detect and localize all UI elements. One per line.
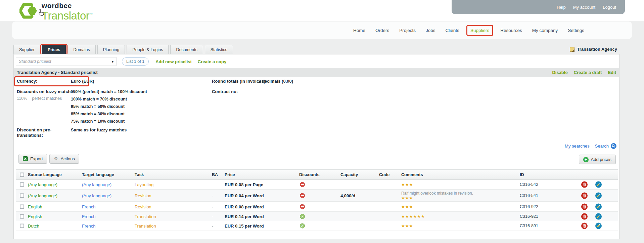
create-a-draft-link[interactable]: Create a draft [574,70,602,75]
table-header: Source languageTarget languageTaskBAPric… [16,169,618,180]
pretranslation-discount-value: Same as for fuzzy matches [71,127,127,132]
fuzzy-discounts-subtext: 110% = perfect matches [17,96,62,101]
add-new-pricelist-link[interactable]: Add new pricelist [155,59,192,64]
cell-source-language[interactable]: (Any language) [28,182,57,187]
pricelist-section-header: Translation Agency - Standard pricelist … [14,68,619,77]
discount-allowed-icon: ✓ [300,224,305,229]
cell-price: EUR 0.15 per Word [225,224,264,229]
cell-comments: ★★★★★★ [401,214,425,218]
table-body: (Any language)(Any language)Layouting-EU… [16,180,618,231]
nav-item-clients[interactable]: Clients [446,28,459,33]
select-all-checkbox[interactable] [20,172,24,177]
context-company-label: Translation Agency [570,47,617,52]
cell-id: C316-541 [520,193,538,198]
fuzzy-line: 85% match = 30% discount [71,110,147,118]
cell-target-language[interactable]: (Any language) [82,193,111,198]
nav-item-settings[interactable]: Settings [568,28,584,33]
wordbee-hexagon-icon [19,1,39,22]
cell-target-language[interactable]: French [82,214,95,219]
search-link[interactable]: Search [595,144,609,149]
nav-item-orders[interactable]: Orders [375,28,389,33]
tab-prices[interactable]: Prices [42,45,66,54]
cell-task[interactable]: Revision [135,193,151,198]
cell-target-language[interactable]: (Any language) [82,182,111,187]
my-searches-link[interactable]: My searches [565,144,590,149]
tab-planning[interactable]: Planning [97,45,125,54]
edit-icon[interactable] [595,213,602,219]
actions-button[interactable]: ⚙ Actions [49,154,79,164]
delete-icon[interactable] [581,213,588,219]
edit-icon[interactable] [595,192,602,199]
pricelist-actions: DisableCreate a draftEdit [552,70,616,75]
row-checkbox[interactable] [20,193,24,198]
cell-source-language[interactable]: Dutch [28,224,39,229]
search-icon[interactable] [611,143,616,149]
cell-task[interactable]: Translation [135,214,156,219]
table-row: (Any language)(Any language)Layouting-EU… [16,180,618,190]
tab-statistics[interactable]: Statistics [205,45,233,54]
nav-item-resources[interactable]: Resources [500,28,522,33]
cell-price: EUR 0.04 per Word [225,193,264,198]
add-prices-button[interactable]: + Add prices [579,155,616,164]
column-header-discounts: Discounts [299,172,319,177]
create-a-copy-link[interactable]: Create a copy [198,59,226,64]
tab-supplier[interactable]: Supplier [13,45,40,54]
delete-icon[interactable] [581,181,588,188]
cell-comments: Ralf might overlook mistakes in revision… [401,191,473,200]
logo-translator-text: Translator™ [42,9,93,21]
row-checkbox[interactable] [20,224,24,228]
cell-source-language[interactable]: (Any language) [28,193,57,198]
tab-documents[interactable]: Documents [170,45,203,54]
cursor-hand-icon [37,9,45,19]
cell-id: C316-891 [520,224,538,228]
cell-source-language[interactable]: English [28,204,42,209]
nav-item-projects[interactable]: Projects [399,28,416,33]
pricelist-select[interactable]: Standard pricelist ▾ [16,57,117,66]
account-link-help[interactable]: Help [557,5,566,10]
column-header-id: ID [520,172,524,177]
rating-stars: ★★★ [401,204,413,209]
edit-icon[interactable] [595,223,602,229]
cell-comments: ★★★ [401,204,413,209]
row-checkbox[interactable] [20,214,24,218]
discount-denied-icon [300,204,305,209]
export-button[interactable]: Export [18,154,47,164]
nav-item-my-company[interactable]: My company [532,28,558,33]
cell-task[interactable]: Translation [135,224,156,229]
delete-icon[interactable] [581,203,588,210]
table-row: EnglishFrenchTranslation-EUR 0.14 per Wo… [16,212,618,221]
nav-item-home[interactable]: Home [353,28,365,33]
cell-target-language[interactable]: French [82,224,95,229]
delete-icon[interactable] [581,223,588,229]
cell-task[interactable]: Revision [135,204,151,209]
cell-target-language[interactable]: French [82,204,95,209]
nav-item-jobs[interactable]: Jobs [426,28,435,33]
tab-people-logins[interactable]: People & Logins [127,45,169,54]
tab-domains[interactable]: Domains [67,45,95,54]
gear-icon: ⚙ [54,156,58,161]
pricelist-links: Add new pricelistCreate a copy [155,59,226,64]
cell-task[interactable]: Layouting [135,182,153,187]
row-checkbox[interactable] [20,204,24,209]
delete-icon[interactable] [581,192,588,199]
nav-item-suppliers[interactable]: Suppliers [466,25,493,36]
cell-id: C316-921 [520,214,538,219]
pretranslation-discount-label: Discount on pre- translations: [17,127,51,138]
cell-source-language[interactable]: English [28,214,42,219]
edit-link[interactable]: Edit [608,70,616,75]
account-link-my-account[interactable]: My account [573,5,595,10]
fuzzy-discounts-label: Discounts on fuzzy matches: [17,89,77,94]
edit-icon[interactable] [595,203,602,210]
edit-icon[interactable] [595,181,602,188]
rating-stars: ★★★★★★ [401,214,425,218]
round-totals-value: 2 decimals (0.00) [258,79,293,84]
wordbee-logo[interactable]: wordbee Translator™ [19,1,93,22]
row-checkbox[interactable] [20,183,24,187]
column-header-capacity: Capacity [340,172,358,177]
column-header-comments: Comments [401,172,423,177]
disable-link[interactable]: Disable [552,70,567,75]
logo-wordbee-text: wordbee [42,2,93,9]
table-row: (Any language)(Any language)Revision-EUR… [16,190,618,202]
account-link-logout[interactable]: Logout [603,5,616,10]
fuzzy-line: 100% match = 70% discount [71,95,147,103]
